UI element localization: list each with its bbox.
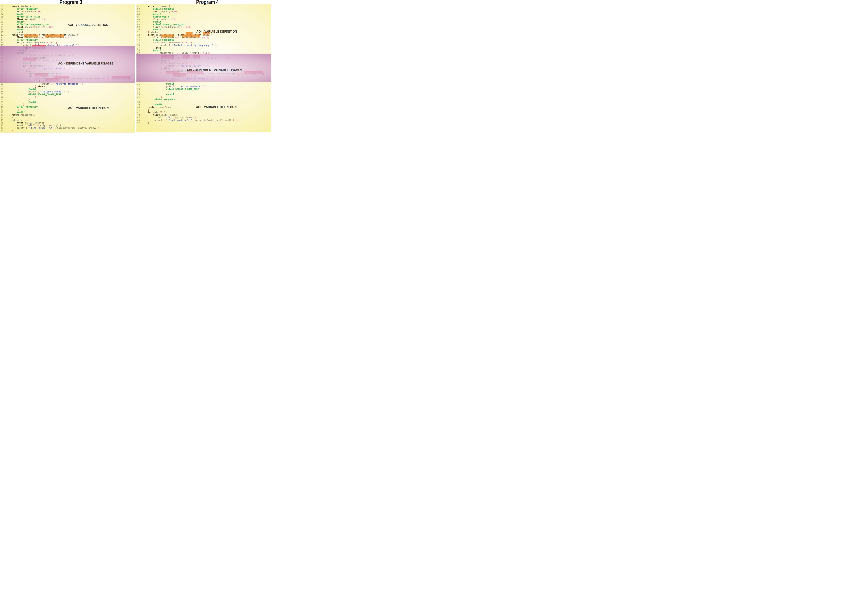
code-line: 25 printf ( " Approved student! " );: [0, 67, 135, 70]
code-line: 36 }: [136, 96, 271, 99]
line-number: 24: [1, 65, 3, 67]
code-token: ;: [130, 77, 132, 80]
code-token: 9.0: [186, 26, 190, 28]
code-token: () {: [23, 119, 28, 121]
code-token: finalGrade: [30, 65, 44, 67]
code-token: }: [153, 47, 156, 49]
code-token: extraPoint: [25, 18, 39, 21]
code-token: =: [183, 26, 186, 28]
code-token: 3: [227, 57, 230, 59]
code-token: unit1: [216, 119, 222, 121]
code-token: student.frequency: [23, 41, 47, 44]
code-token: finalGrade: [21, 113, 34, 116]
code-token: unity2: [35, 121, 43, 124]
code-token: 75: [185, 41, 189, 44]
code-line: 41 }: [0, 109, 135, 111]
code-token: (: [175, 85, 178, 88]
line-number: 08: [137, 23, 140, 26]
line-number: 49: [1, 129, 3, 132]
code-line: 32 printf ( " Failed student! " );: [136, 85, 271, 88]
code-token: struct: [148, 5, 157, 7]
code-token: ;: [71, 36, 73, 39]
page-title-program-3: Program 3: [59, 0, 82, 5]
code-token: #ifdef UNIT3: [153, 15, 169, 18]
code-line: 38 }: [136, 101, 271, 103]
code-line: 13 float finalGrade = 0, selfEvaluation …: [0, 36, 135, 39]
line-number: 05: [137, 16, 140, 18]
code-token: unit2: [192, 51, 200, 54]
heat-highlighted-token: finalGrade: [46, 80, 59, 82]
code-line: 09 float secondChanceTest = 8.0;: [0, 26, 135, 28]
code-line: 22 #endif: [136, 59, 271, 62]
code-line: 18 } else {: [0, 49, 135, 51]
code-token: 90: [38, 10, 40, 13]
code-token: " Failed student! ": [178, 85, 204, 88]
line-number: 46: [137, 122, 140, 124]
code-token: if: [17, 41, 21, 44]
code-token: ;: [208, 36, 210, 39]
code-token: finalGrade: [160, 51, 174, 54]
heat-highlighted-token: finalGrade: [161, 36, 174, 39]
code-panel-program-4: 01struct Students {02 #ifdef FREQUENCY03…: [136, 4, 271, 132]
code-token: {: [32, 70, 34, 72]
line-number: 03: [137, 10, 140, 13]
code-line: 19 #endif: [0, 51, 135, 54]
code-token: CalculateGrade: [57, 127, 75, 129]
code-line: 05 #ifdef UNIT3: [136, 16, 271, 18]
code-token: }: [23, 103, 25, 106]
aoi-label-variable-definition-bottom-p3: AOI - VARIABLE DEFINITION: [68, 106, 109, 110]
code-token: );: [60, 124, 62, 127]
code-token: float: [153, 113, 161, 116]
line-number: 28: [1, 75, 3, 78]
code-token: >=: [182, 62, 186, 65]
code-token: )+: [203, 72, 207, 75]
code-token: 3: [108, 77, 109, 80]
code-token: }: [166, 80, 169, 82]
code-line: 14 #ifdef FREQUENCY: [0, 39, 135, 41]
code-token: finalGrade: [168, 62, 182, 65]
code-token: float: [12, 34, 19, 36]
code-token: }: [168, 90, 169, 93]
code-token: (: [75, 127, 78, 129]
line-number: 37: [137, 99, 140, 101]
heat-highlighted-token: finalGrade: [23, 59, 36, 62]
code-line: 38 #endif: [0, 101, 135, 103]
code-line: 01struct Students {: [0, 5, 135, 8]
code-token: {: [32, 5, 34, 7]
code-token: #ifdef FREQUENCY: [17, 39, 37, 41]
code-line: 40 #ifdef FREQUENCY: [0, 106, 135, 109]
code-line: 16 printf ( " Failed student by frequenc…: [136, 44, 271, 47]
line-number: 11: [1, 31, 3, 34]
line-number: 45: [1, 119, 3, 122]
heat-highlighted-token: finalGrade: [161, 57, 174, 59]
code-token: ;: [171, 106, 173, 108]
figure-two-programs: Program 3 Program 4 01struct Students {0…: [0, 0, 272, 133]
code-token: (: [51, 82, 53, 85]
code-token: unit1: [177, 116, 183, 119]
line-number: 16: [1, 44, 3, 47]
code-token: #endif: [23, 62, 31, 65]
code-token: float: [153, 18, 161, 21]
code-token: float: [17, 121, 25, 124]
code-token: float: [148, 34, 156, 36]
code-token: ) {: [188, 41, 192, 44]
code-token: int: [12, 119, 17, 121]
line-number: 14: [1, 39, 3, 41]
code-token: secondChanceTest: [161, 26, 183, 28]
code-token: }: [148, 31, 151, 34]
code-token: =: [39, 18, 41, 21]
code-line: 05 #ifdef EXTRA_POINT: [0, 16, 135, 18]
code-token: #endif: [166, 82, 174, 85]
code-token: student.secondChanceTest: [74, 77, 106, 80]
code-token: ;: [34, 113, 35, 116]
code-token: [69, 77, 70, 80]
line-number: 32: [137, 85, 140, 88]
code-token: }: [161, 96, 162, 98]
code-token: printf: [23, 44, 32, 47]
code-token: student: [151, 31, 160, 34]
code-token: }: [28, 98, 30, 101]
code-token: +: [200, 57, 204, 59]
line-number: 31: [137, 83, 140, 85]
line-number: 34: [137, 91, 140, 93]
line-number: 43: [137, 114, 140, 116]
